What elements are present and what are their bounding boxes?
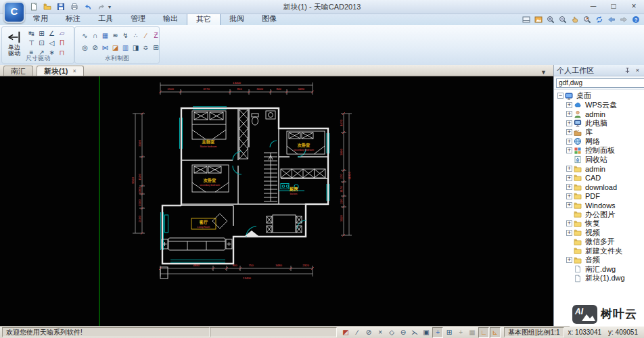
expand-icon[interactable]: + xyxy=(566,230,572,236)
menu-tab-8[interactable]: 图像 xyxy=(253,13,285,24)
tree-item[interactable]: 新块(1).dwg xyxy=(556,274,644,283)
big-button-single-side-drive[interactable]: 单边 驱动 xyxy=(4,29,24,57)
tree-item[interactable]: +网络 xyxy=(556,137,644,147)
expand-icon[interactable]: + xyxy=(566,220,572,226)
menu-tab-5[interactable]: 输出 xyxy=(154,13,187,24)
tab-overflow-icon[interactable]: ▼ xyxy=(540,69,547,76)
save-button[interactable] xyxy=(55,1,66,12)
tree-item[interactable]: +音频 xyxy=(556,256,644,265)
tree-item[interactable]: +此电脑 xyxy=(556,119,644,128)
snap-nearest-icon[interactable]: ⋋ xyxy=(409,327,420,338)
snap-tangent-icon[interactable]: ⊖ xyxy=(398,327,409,338)
block-note-icon[interactable]: ◨ xyxy=(131,43,141,52)
help-icon[interactable]: ? xyxy=(630,14,641,24)
menu-tab-4[interactable]: 管理 xyxy=(122,13,154,24)
expand-icon[interactable]: + xyxy=(566,166,572,172)
expand-icon[interactable]: + xyxy=(566,102,572,108)
snap-style-icon[interactable]: ◩ xyxy=(340,327,351,338)
columns-icon[interactable]: ▥ xyxy=(120,43,131,52)
app-logo-icon[interactable]: C xyxy=(3,1,25,23)
snap-intersection-icon[interactable]: × xyxy=(375,327,386,338)
expand-icon[interactable]: + xyxy=(566,129,572,135)
tree-item[interactable]: +恢复 xyxy=(556,219,644,228)
tab-close-icon[interactable]: × xyxy=(72,67,76,76)
hatch-box-icon[interactable]: ⊞ xyxy=(151,43,161,52)
plot-button[interactable] xyxy=(69,1,80,12)
undo-button[interactable] xyxy=(83,1,93,12)
tree-item[interactable]: +CAD xyxy=(556,174,644,183)
gate-valve-icon[interactable]: ⋈ xyxy=(100,43,110,52)
doc-tab-2[interactable]: 新块(1)× xyxy=(37,66,84,76)
water-levels-icon[interactable]: ≎ xyxy=(141,43,151,52)
grid-toggle-icon[interactable]: ⊞ xyxy=(444,327,455,338)
refresh-icon[interactable] xyxy=(594,14,604,24)
culvert-icon[interactable]: ⊘ xyxy=(90,43,100,52)
pan-icon[interactable] xyxy=(570,14,580,24)
menu-tab-7[interactable]: 批阅 xyxy=(221,13,253,24)
slope-flag-icon[interactable]: ∩ xyxy=(90,31,100,40)
menu-tab-3[interactable]: 工具 xyxy=(89,13,122,24)
lines-gray-icon[interactable]: ▦ xyxy=(467,327,478,338)
flag-box-icon[interactable]: ◪ xyxy=(110,43,120,52)
tree-item[interactable]: −桌面 xyxy=(556,91,644,101)
dim-box-arrow-icon[interactable]: ⊡ xyxy=(37,39,47,47)
orange-slash-icon[interactable]: ∕ xyxy=(141,31,151,40)
expand-icon[interactable]: + xyxy=(566,139,572,145)
tree-item[interactable]: 微信多开 xyxy=(556,237,644,247)
search-input[interactable] xyxy=(556,78,644,88)
dam-hatch-icon[interactable]: ▦ xyxy=(100,31,110,40)
tree-item[interactable]: +admin xyxy=(556,110,644,119)
tree-item[interactable]: +Windows xyxy=(556,201,644,210)
pipe-section-icon[interactable]: ◎ xyxy=(80,43,90,52)
open-button[interactable] xyxy=(42,1,53,12)
expand-icon[interactable]: + xyxy=(566,193,572,199)
doc-tab-1[interactable]: 南汇 xyxy=(3,66,33,76)
minimize-button[interactable]: ─ xyxy=(583,0,603,14)
dim-grid-icon[interactable]: ⊞ xyxy=(37,29,47,38)
viewport-icon[interactable] xyxy=(521,14,531,24)
bridge-red-icon[interactable]: Π xyxy=(57,39,67,47)
snap-book-icon[interactable]: ▣ xyxy=(421,327,432,338)
ortho-toggle-icon[interactable]: ∟ xyxy=(478,327,489,338)
panel-close-icon[interactable]: × xyxy=(634,67,641,74)
expand-icon[interactable]: + xyxy=(566,111,572,117)
pin-icon[interactable] xyxy=(624,67,631,74)
move-cross-icon[interactable]: + xyxy=(432,327,443,338)
zoom-out-icon[interactable] xyxy=(557,14,568,24)
menu-tab-6[interactable]: 其它 xyxy=(187,13,221,25)
expand-icon[interactable]: + xyxy=(566,120,572,126)
redo-button[interactable] xyxy=(96,1,107,12)
tree-item[interactable]: +库 xyxy=(556,128,644,137)
snap-line-icon[interactable]: ∕ xyxy=(352,327,363,338)
tree-item[interactable]: 南汇.dwg xyxy=(556,265,644,274)
tree-item[interactable]: +WPS云盘 xyxy=(556,101,644,110)
expand-icon[interactable]: + xyxy=(566,202,572,208)
z-section-icon[interactable]: Ƶ xyxy=(151,31,161,40)
dim-left-icon[interactable]: ◁ xyxy=(47,39,57,47)
forward-icon[interactable] xyxy=(618,14,628,24)
embankment-icon[interactable]: ∿ xyxy=(80,31,90,40)
zoom-window-icon[interactable] xyxy=(582,14,592,24)
snap-quadrant-icon[interactable]: ◇ xyxy=(386,327,397,338)
tree-item[interactable]: +PDF xyxy=(556,192,644,201)
tree-item[interactable]: 办公图片 xyxy=(556,210,644,220)
snap-circle-icon[interactable]: ⊘ xyxy=(363,327,374,338)
tree-item[interactable]: 新建文件夹 xyxy=(556,247,644,256)
polar-toggle-icon[interactable]: ⊾ xyxy=(490,327,501,338)
expand-icon[interactable]: + xyxy=(566,147,572,153)
expand-icon[interactable]: + xyxy=(566,175,572,181)
image-icon[interactable] xyxy=(533,14,543,24)
tree-item[interactable]: +控制面板 xyxy=(556,146,644,155)
quick-access-caret-icon[interactable]: ▾ xyxy=(108,4,111,10)
back-icon[interactable] xyxy=(606,14,616,24)
dim-3d-box-icon[interactable]: ▱ xyxy=(57,29,67,38)
tree-item[interactable]: 回收站 xyxy=(556,155,644,165)
curved-arrow-icon[interactable]: ↯ xyxy=(120,31,131,40)
tree-item[interactable]: +admin xyxy=(556,164,644,174)
crosshair-gray-icon[interactable]: + xyxy=(455,327,466,338)
dim-origin-icon[interactable]: ⊤ xyxy=(26,39,37,47)
expand-icon[interactable]: + xyxy=(566,184,572,190)
drawing-canvas[interactable]: 1340015003770810300084034804880900750348… xyxy=(0,76,553,326)
collapse-icon[interactable]: − xyxy=(557,93,564,99)
expand-icon[interactable]: + xyxy=(566,257,572,263)
